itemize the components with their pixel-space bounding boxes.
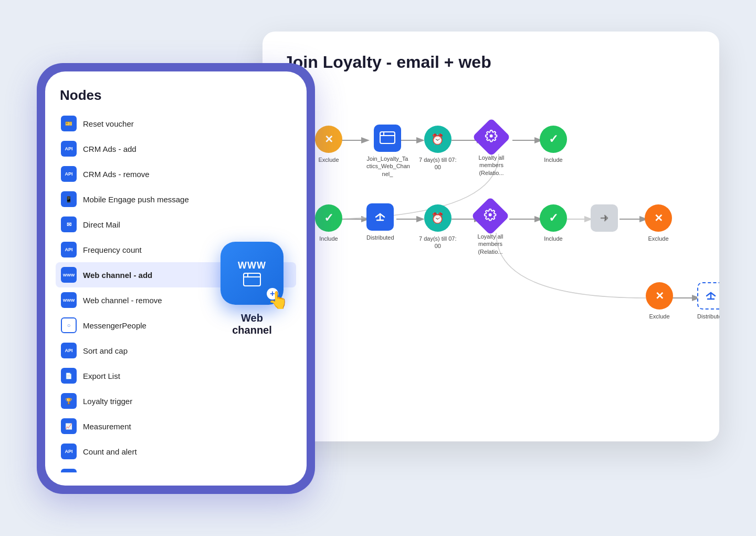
node-item-crm-ads-remove[interactable]: API CRM Ads - remove <box>56 161 296 187</box>
gray-flow-icon <box>597 211 611 225</box>
node-label: Measurement <box>83 422 131 431</box>
flow-title: Join Loyalty - email + web <box>284 53 698 72</box>
flow-panel: Join Loyalty - email + web <box>262 32 719 441</box>
exclude1-label: Exclude <box>318 156 339 163</box>
include1-shape: ✓ <box>540 126 567 153</box>
web-channel-label: Webchannel <box>232 312 272 336</box>
flow-node-exclude2[interactable]: ✕ Exclude <box>645 204 672 242</box>
node-label: Mobile Engage push message <box>83 195 189 204</box>
node-item-export-list[interactable]: 📄 Export List <box>56 363 296 388</box>
node-item-sort-cap[interactable]: API Sort and cap <box>56 338 296 363</box>
web-channel-card: WWW + 👆 Webchannel <box>220 242 284 336</box>
node-label: Count and alert <box>83 447 137 456</box>
distributed1-label: Distributed <box>366 234 394 241</box>
include3-shape: ✓ <box>540 204 567 232</box>
7days1-label: 7 day(s) till 07:00 <box>419 156 457 171</box>
distributed1-shape <box>366 203 394 231</box>
scene: Nodes 🎫 Reset voucher API CRM Ads - add … <box>37 32 719 504</box>
join-loyalty-label: Join_Loyalty_Tactics_Web_Channel_ <box>366 155 408 178</box>
distributed2-label: Distributed <box>697 313 719 320</box>
node-item-crm-ads-add[interactable]: API CRM Ads - add <box>56 136 296 161</box>
distributed-icon <box>373 210 387 224</box>
7days1-shape: ⏰ <box>424 126 452 153</box>
exclude3-shape: ✕ <box>646 282 673 310</box>
loyalty-all2-label: Loyalty allmembers(Relatio... <box>478 233 503 255</box>
loyalty-all1-label: Loyalty allmembers(Relatio... <box>479 154 505 177</box>
www-flow-icon <box>380 131 395 145</box>
crm-ads-add-icon: API <box>61 141 77 157</box>
reset-voucher-icon: 🎫 <box>61 116 77 131</box>
flow-node-include2[interactable]: ✓ Include <box>315 204 342 242</box>
settings-icon <box>485 130 498 142</box>
svg-rect-0 <box>244 273 260 286</box>
include2-shape: ✓ <box>315 204 342 232</box>
flow-node-distributed2[interactable]: Distributed <box>697 282 719 320</box>
node-label: MessengerPeople <box>83 321 146 330</box>
crm-ads-remove-icon: API <box>61 166 77 182</box>
www-lines-icon <box>243 272 261 287</box>
loyalty-all1-inner <box>485 130 498 145</box>
svg-point-18 <box>490 135 493 138</box>
nodes-title: Nodes <box>56 87 296 104</box>
flow-node-7days1[interactable]: ⏰ 7 day(s) till 07:00 <box>419 126 457 171</box>
include2-label: Include <box>319 235 338 242</box>
node-label: Frequency count <box>83 245 142 254</box>
mobile-engage-icon: 📱 <box>61 191 77 207</box>
node-item-direct-mail[interactable]: ✉ Direct Mail <box>56 212 296 237</box>
flow-node-loyalty-all2[interactable]: Loyalty allmembers(Relatio... <box>477 202 504 255</box>
flow-node-loyalty-all1[interactable]: Loyalty allmembers(Relatio... <box>478 123 505 177</box>
node-label: Reset voucher <box>83 119 134 128</box>
flow-diagram: ✕ Exclude Join_Loyalty_Tactics_Web_Chann… <box>284 98 698 403</box>
www-label: WWW <box>238 260 266 271</box>
exclude2-shape: ✕ <box>645 204 672 232</box>
distributed2-icon <box>704 288 718 303</box>
flow-node-distributed1[interactable]: Distributed <box>366 203 394 241</box>
lettershop-icon: API <box>61 469 77 472</box>
exclude3-label: Exclude <box>649 313 669 320</box>
node-label: Lettershop Connection <box>83 472 162 473</box>
flow-node-exclude3[interactable]: ✕ Exclude <box>646 282 673 320</box>
flow-node-exclude1[interactable]: ✕ Exclude <box>315 126 342 163</box>
web-channel-icon: WWW + 👆 <box>220 242 284 305</box>
node-item-loyalty-trigger[interactable]: 🏆 Loyalty trigger <box>56 388 296 414</box>
node-label: Loyalty trigger <box>83 397 132 406</box>
node-label: CRM Ads - remove <box>83 170 150 179</box>
cursor-icon: 👆 <box>268 290 289 310</box>
node-item-lettershop[interactable]: API Lettershop Connection <box>56 464 296 472</box>
flow-node-gray1[interactable] <box>591 204 618 235</box>
include3-label: Include <box>544 235 562 242</box>
node-label: Web channel - remove <box>83 296 162 305</box>
flow-node-join-loyalty[interactable]: Join_Loyalty_Tactics_Web_Channel_ <box>366 125 408 178</box>
loyalty-all2-inner <box>484 209 497 224</box>
node-label: Export List <box>83 372 120 380</box>
messenger-people-icon: ○ <box>61 317 77 333</box>
gray1-shape <box>591 204 618 232</box>
node-item-reset-voucher[interactable]: 🎫 Reset voucher <box>56 111 296 136</box>
node-item-count-alert[interactable]: API Count and alert <box>56 439 296 464</box>
node-item-measurement[interactable]: 📈 Measurement <box>56 414 296 439</box>
include1-label: Include <box>544 156 562 163</box>
settings2-icon <box>484 209 497 221</box>
frequency-count-icon: API <box>61 242 77 257</box>
loyalty-all1-shape <box>472 118 511 157</box>
node-item-mobile-engage[interactable]: 📱 Mobile Engage push message <box>56 187 296 212</box>
sort-cap-icon: API <box>61 343 77 358</box>
web-channel-add-icon: WWW <box>61 267 77 283</box>
measurement-icon: 📈 <box>61 418 77 434</box>
flow-node-7days2[interactable]: ⏰ 7 day(s) till 07:00 <box>419 204 457 250</box>
count-alert-icon: API <box>61 444 77 459</box>
node-label: Web channel - add <box>83 271 152 280</box>
node-label: Direct Mail <box>83 220 120 229</box>
exclude2-label: Exclude <box>648 235 668 242</box>
flow-node-include1[interactable]: ✓ Include <box>540 126 567 163</box>
loyalty-trigger-icon: 🏆 <box>61 393 77 409</box>
svg-point-20 <box>489 213 492 217</box>
7days2-label: 7 day(s) till 07:00 <box>419 235 457 250</box>
node-label: CRM Ads - add <box>83 145 136 153</box>
7days2-shape: ⏰ <box>424 204 452 232</box>
svg-rect-15 <box>380 132 395 143</box>
loyalty-all2-shape <box>471 197 510 235</box>
flow-node-include3[interactable]: ✓ Include <box>540 204 567 242</box>
node-label: Sort and cap <box>83 346 128 355</box>
export-list-icon: 📄 <box>61 368 77 384</box>
